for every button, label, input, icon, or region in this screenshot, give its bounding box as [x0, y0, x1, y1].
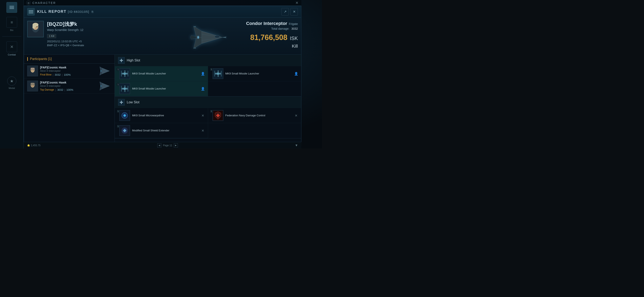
svg-point-43	[124, 72, 126, 75]
damage-row: Total damage: 3032	[271, 27, 298, 30]
module-2-icon	[212, 68, 223, 79]
sidebar-item-bio[interactable]: ≡ Bio	[0, 14, 24, 34]
participant-2-damage: 3032	[57, 88, 63, 91]
participant-2-stats: Top Damage | 3032 | 100%	[40, 88, 96, 91]
page-next-button[interactable]: ▶	[174, 143, 178, 147]
sidebar-bio-label: Bio	[10, 29, 14, 31]
module-1-qty: 1	[117, 68, 119, 71]
low-module-1-name: MK9 Small Microwarpdrive	[132, 114, 198, 117]
svg-point-55	[124, 87, 126, 90]
kill-stats: Condor Interceptor Frigate Total damage:…	[240, 21, 298, 49]
participant-1-avatar	[27, 66, 38, 76]
svg-rect-76	[123, 130, 126, 131]
svg-point-15	[215, 35, 220, 38]
participant-item-2[interactable]: [FAP]Cosmic Hawk Atron II Interceptor To…	[24, 79, 114, 94]
filter-button[interactable]: ▼	[295, 144, 298, 147]
high-module-2[interactable]: 1 MK9 Small Missile Launcher	[208, 66, 301, 81]
participant-item-1[interactable]: [FAP]Cosmic Hawk Atron II Interceptor Fi…	[24, 63, 114, 79]
svg-rect-44	[121, 71, 122, 76]
kill-timestamp: 2022/01/11 13:02:05 UTC +5	[47, 40, 176, 43]
svg-point-28	[100, 70, 102, 72]
low-module-2[interactable]: 1 Federation	[208, 108, 301, 123]
svg-rect-56	[121, 86, 122, 92]
svg-point-37	[100, 85, 102, 87]
svg-rect-71	[216, 115, 220, 116]
low-module-3-icon	[119, 125, 130, 136]
pilot-name: [BQZD]浅梦k	[47, 21, 176, 27]
high-slot-header: High Slot	[115, 55, 301, 66]
page-prev-button[interactable]: ◀	[157, 143, 162, 147]
high-slot-section: High Slot 1	[115, 55, 301, 96]
svg-rect-65	[124, 115, 126, 116]
module-2-close-button[interactable]: ✕	[294, 113, 298, 118]
participant-2-name: [FAP]Cosmic Hawk	[40, 81, 96, 84]
sidebar-item-combat[interactable]: ✕ Combat	[0, 39, 24, 58]
participant-1-stats: Final Blow | 3032 | 100%	[40, 73, 96, 76]
modules-panel: High Slot 1	[115, 55, 301, 146]
svg-rect-33	[30, 83, 34, 85]
module-2-qty: 1	[210, 68, 212, 71]
sidebar-item-medal[interactable]: ★ Medal	[0, 74, 24, 92]
high-module-1[interactable]: 1 MK9 Small Missile Launcher	[115, 66, 208, 81]
isk-value: 81,766,508	[250, 33, 287, 42]
top-damage-badge: Top Damage	[40, 88, 54, 91]
char-header-bar: ◎ CHARACTER ✕	[24, 0, 301, 6]
char-close-button[interactable]: ✕	[294, 0, 299, 5]
participant-1-ship: Atron II Interceptor	[40, 69, 96, 72]
pilot-icon-3: 👤	[201, 87, 205, 91]
low-slot-icon	[118, 99, 125, 106]
isk-label: ISK	[290, 35, 298, 41]
page-label: Page 11	[163, 144, 172, 147]
participant-2-ship-thumb	[98, 81, 111, 91]
low-module-3[interactable]: 1 Modified Sm	[115, 123, 208, 138]
svg-rect-59	[121, 101, 122, 104]
bottom-value: ⭐ 2,455.75	[27, 144, 40, 147]
module-3-icon	[119, 83, 130, 94]
page-nav: ◀ Page 11 ▶	[157, 143, 178, 147]
module-3-name: MK9 Small Missile Launcher	[132, 87, 199, 90]
title-actions: ↗ ✕	[281, 8, 298, 15]
sidebar-hamburger-button[interactable]	[6, 2, 17, 13]
participant-2-ship: Atron II Interceptor	[40, 85, 96, 87]
svg-point-13	[198, 36, 199, 38]
sidebar-medal-label: Medal	[9, 87, 15, 89]
svg-rect-45	[128, 71, 128, 76]
participants-header: Participants [1]	[24, 55, 114, 63]
participant-1-ship-thumb	[98, 66, 111, 76]
kill-location: BWF-ZZ < IPS-QB < Geminate	[47, 44, 176, 47]
svg-marker-25	[101, 68, 110, 74]
sidebar: ≡ Bio ✕ Combat ★ Medal	[0, 0, 24, 148]
char-header-title: CHARACTER	[32, 1, 56, 4]
sidebar-combat-label: Combat	[8, 53, 16, 56]
module-1-close-button[interactable]: ✕	[201, 113, 205, 118]
svg-rect-50	[214, 71, 215, 76]
title-bar: KILL REPORT [ID:6633105] ⎘ ↗ ✕	[24, 6, 301, 17]
damage-label: Total damage:	[271, 27, 290, 30]
low-slot-section: Low Slot 1	[115, 96, 301, 138]
export-button[interactable]: ↗	[281, 8, 289, 15]
svg-rect-19	[194, 48, 196, 48]
content-area: Participants [1] [FAP]Cosmic Hawk	[24, 55, 301, 146]
high-slot-icon	[118, 57, 125, 64]
sidebar-divider-1	[2, 36, 21, 36]
title-hamburger-button[interactable]	[27, 8, 35, 15]
kill-id-value: [ID:6633105]	[68, 10, 90, 13]
damage-value: 3032	[292, 27, 298, 30]
low-slot-title: Low Slot	[127, 100, 139, 104]
module-3-close-button[interactable]: ✕	[201, 128, 205, 133]
hamburger-icon	[10, 6, 14, 9]
kill-report-title-text: KILL REPORT	[37, 9, 66, 13]
participant-2-avatar	[27, 81, 38, 91]
participant-2-details: [FAP]Cosmic Hawk Atron II Interceptor To…	[40, 81, 96, 91]
high-slot-title: High Slot	[127, 58, 140, 62]
high-module-3[interactable]: 1 MK9 Small Missile Launcher	[115, 81, 208, 96]
low-module-2-qty: 1	[210, 110, 212, 113]
svg-rect-39	[121, 59, 122, 62]
low-module-1[interactable]: 1	[115, 108, 208, 123]
pilot-info: [BQZD]浅梦k Warp Scramble Strength: 12 1 K…	[47, 21, 176, 47]
close-window-button[interactable]: ✕	[290, 8, 298, 15]
bottom-score: 2,455.75	[31, 144, 40, 147]
ship-image	[179, 21, 237, 54]
kill-header: [BQZD]浅梦k Warp Scramble Strength: 12 1 K…	[24, 17, 301, 55]
pilot-icon-1: 👤	[201, 72, 205, 76]
